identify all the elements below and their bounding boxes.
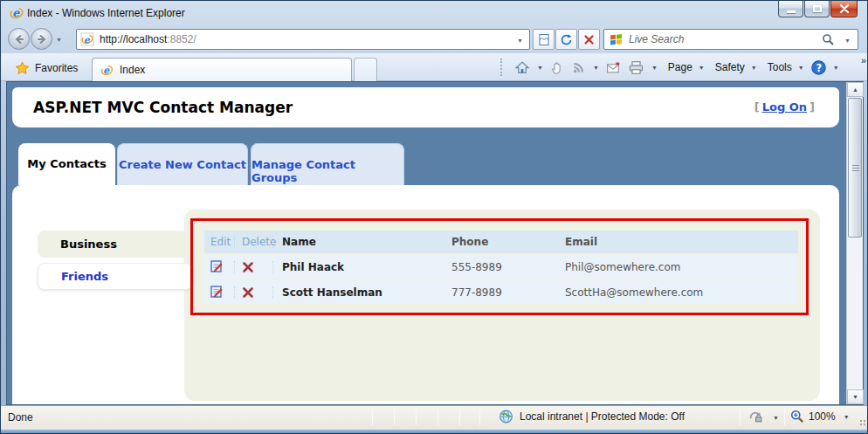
search-box[interactable]: Live Search ▼ bbox=[603, 29, 858, 50]
back-button[interactable] bbox=[8, 28, 30, 50]
header-email: Email bbox=[565, 236, 798, 248]
table-row: Phil Haack 555-8989 Phil@somewhere.com bbox=[204, 255, 798, 279]
group-business-label: Business bbox=[60, 238, 117, 251]
page-menu[interactable]: Page bbox=[661, 61, 695, 73]
stop-button[interactable] bbox=[578, 29, 600, 50]
hand-button[interactable] bbox=[547, 60, 568, 75]
page-menu-dropdown[interactable]: ▼ bbox=[695, 65, 708, 71]
tools-menu-dropdown[interactable]: ▼ bbox=[795, 65, 808, 71]
header-name: Name bbox=[272, 236, 451, 248]
smartscreen-dropdown[interactable]: ▼ bbox=[769, 415, 782, 421]
delete-button[interactable] bbox=[234, 286, 272, 299]
contact-phone: 555-8989 bbox=[451, 261, 565, 273]
intranet-globe-icon bbox=[499, 410, 513, 424]
vertical-scrollbar[interactable]: ▲ ▼ bbox=[846, 82, 863, 404]
maximize-button[interactable] bbox=[804, 1, 830, 17]
toolbar-grip[interactable] bbox=[500, 59, 504, 76]
recent-pages-dropdown[interactable]: ▼ bbox=[56, 37, 62, 43]
status-separator bbox=[740, 410, 741, 425]
resize-grip[interactable] bbox=[859, 419, 866, 426]
feeds-button[interactable] bbox=[568, 60, 589, 74]
edit-button[interactable] bbox=[204, 260, 234, 273]
help-dropdown[interactable]: ▼ bbox=[830, 65, 843, 71]
scroll-down-button[interactable]: ▼ bbox=[847, 389, 864, 404]
tab-favicon-icon: e bbox=[100, 64, 114, 77]
back-arrow-icon bbox=[13, 33, 25, 45]
tab-create-new-contact[interactable]: Create New Contact bbox=[117, 143, 248, 185]
safety-menu[interactable]: Safety bbox=[708, 61, 747, 73]
page-viewport: ASP.NET MVC Contact Manager [Log On] My … bbox=[6, 81, 864, 405]
favorites-star-icon bbox=[15, 61, 30, 75]
zoom-level: 100% bbox=[809, 410, 836, 423]
search-magnifier-icon[interactable] bbox=[822, 33, 835, 50]
compatibility-view-button[interactable] bbox=[533, 29, 555, 50]
scroll-up-button[interactable]: ▲ bbox=[847, 82, 864, 97]
scrollbar-thumb[interactable] bbox=[848, 98, 862, 238]
print-dropdown[interactable]: ▼ bbox=[648, 65, 661, 71]
minimize-icon bbox=[787, 10, 796, 13]
close-button[interactable] bbox=[830, 1, 858, 17]
scroll-down-icon: ▼ bbox=[852, 394, 858, 400]
broken-page-icon bbox=[538, 33, 550, 46]
toolbar: ▼ ▼ bbox=[500, 56, 843, 79]
refresh-icon bbox=[560, 33, 573, 46]
tab-manage-contact-groups-label: Manage Contact Groups bbox=[251, 158, 403, 185]
header-edit: Edit bbox=[204, 236, 234, 248]
tab-my-contacts[interactable]: My Contacts bbox=[18, 143, 115, 185]
address-host: http://localhost bbox=[100, 33, 167, 45]
edit-icon bbox=[210, 286, 224, 299]
new-tab-stub[interactable] bbox=[354, 58, 377, 81]
home-button[interactable] bbox=[511, 60, 534, 75]
site-title: ASP.NET MVC Contact Manager bbox=[33, 99, 293, 116]
status-separator bbox=[416, 410, 417, 425]
group-item-business[interactable]: Business bbox=[38, 231, 193, 258]
header-phone: Phone bbox=[451, 236, 565, 248]
logon-bracket-open: [ bbox=[754, 100, 760, 114]
minimize-button[interactable] bbox=[778, 1, 803, 17]
page-favicon-icon: e bbox=[80, 32, 94, 50]
address-dropdown[interactable]: ▼ bbox=[517, 38, 523, 44]
smartscreen-button[interactable] bbox=[748, 410, 763, 426]
content-panel: Business Friends Edit Delete Name Phone … bbox=[12, 185, 839, 404]
safety-menu-dropdown[interactable]: ▼ bbox=[747, 65, 761, 71]
feeds-dropdown[interactable]: ▼ bbox=[589, 65, 603, 71]
zoom-magnifier-icon bbox=[790, 410, 804, 424]
security-zone: Local intranet | Protected Mode: Off bbox=[499, 410, 685, 424]
favorites-button[interactable]: Favorites bbox=[10, 58, 83, 79]
contact-name: Scott Hanselman bbox=[272, 286, 451, 299]
table-row: Scott Hanselman 777-8989 ScottHa@somewhe… bbox=[204, 280, 798, 304]
group-item-friends[interactable]: Friends bbox=[38, 263, 193, 290]
mail-icon bbox=[606, 61, 621, 74]
address-url[interactable]: http://localhost:8852/ bbox=[100, 33, 196, 45]
header-delete: Delete bbox=[234, 236, 272, 248]
tab-manage-contact-groups[interactable]: Manage Contact Groups bbox=[251, 143, 404, 185]
zoom-dropdown[interactable]: ▼ bbox=[840, 414, 853, 420]
scroll-up-icon: ▲ bbox=[852, 86, 858, 93]
toolbar-overflow-chevron[interactable]: » bbox=[861, 55, 866, 65]
home-dropdown[interactable]: ▼ bbox=[534, 65, 547, 71]
refresh-button[interactable] bbox=[555, 29, 577, 50]
zoom-control[interactable]: 100% ▼ bbox=[790, 410, 853, 424]
rss-icon bbox=[572, 60, 586, 74]
tools-menu[interactable]: Tools bbox=[761, 61, 795, 73]
smartscreen-icon bbox=[748, 410, 763, 424]
address-bar[interactable]: e http://localhost:8852/ ▼ bbox=[76, 29, 530, 50]
delete-button[interactable] bbox=[234, 261, 272, 273]
status-done: Done bbox=[8, 411, 33, 424]
browser-tab-index[interactable]: e Index bbox=[92, 58, 352, 81]
logon-link[interactable]: Log On bbox=[762, 100, 807, 114]
contact-name: Phil Haack bbox=[272, 261, 451, 273]
search-placeholder[interactable]: Live Search bbox=[629, 33, 684, 45]
status-separator bbox=[459, 410, 460, 425]
maximize-icon bbox=[813, 5, 822, 12]
home-icon bbox=[514, 60, 530, 75]
search-options-dropdown[interactable]: ▼ bbox=[844, 38, 851, 44]
window-title: Index - Windows Internet Explorer bbox=[27, 7, 185, 19]
help-button[interactable]: ? bbox=[808, 60, 830, 75]
tab-label: Index bbox=[120, 64, 145, 76]
edit-button[interactable] bbox=[204, 286, 234, 299]
read-mail-button[interactable] bbox=[603, 61, 624, 74]
print-button[interactable] bbox=[624, 60, 648, 75]
status-separator bbox=[372, 410, 373, 425]
forward-button[interactable] bbox=[31, 28, 52, 50]
